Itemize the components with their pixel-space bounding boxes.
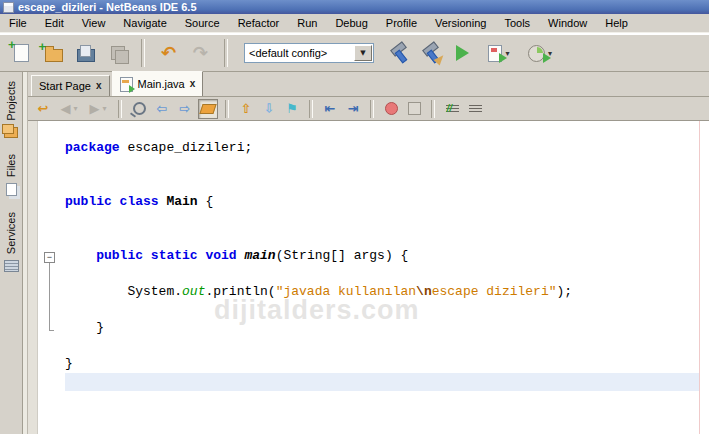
code-line: [65, 121, 699, 139]
shift-line-left-icon: ⇤: [325, 99, 336, 119]
sidebar-item-label: Services: [5, 212, 17, 254]
tab-close-icon[interactable]: x: [96, 81, 102, 91]
profile-icon: [528, 45, 545, 62]
tab-close-icon[interactable]: x: [190, 79, 196, 89]
menu-item-tools[interactable]: Tools: [495, 15, 539, 31]
netbeans-window: escape_dizileri - NetBeans IDE 6.5 FileE…: [0, 0, 709, 434]
editor-toolbar-separator: [431, 100, 435, 118]
stop-macro-recording-button[interactable]: [404, 99, 424, 119]
code-line: [65, 229, 699, 247]
code-line: [65, 175, 699, 193]
open-project-icon: [77, 49, 95, 62]
debug-project-button[interactable]: ▾: [481, 40, 517, 67]
new-project-button[interactable]: +: [40, 40, 67, 67]
clean-build-project-button[interactable]: [417, 40, 444, 67]
code-lines: package escape_dizileri;public class Mai…: [65, 121, 699, 391]
sidebar-item-projects[interactable]: Projects: [0, 72, 22, 145]
forward-icon: ▶: [89, 99, 99, 119]
undo-button[interactable]: ↶: [155, 40, 182, 67]
profile-project-button[interactable]: ▾: [522, 40, 558, 67]
code-line: public static void main(String[] args) {: [65, 247, 699, 265]
fold-guide-hook: [49, 330, 54, 331]
menu-item-profile[interactable]: Profile: [377, 15, 426, 31]
menu-item-window[interactable]: Window: [539, 15, 596, 31]
projects-icon: [4, 127, 18, 138]
build-project-button[interactable]: [385, 40, 412, 67]
run-project-button[interactable]: [449, 40, 476, 67]
menubar: FileEditViewNavigateSourceRefactorRunDeb…: [0, 14, 709, 33]
undo-icon: ↶: [161, 44, 176, 62]
uncomment-button[interactable]: [465, 99, 485, 119]
toggle-bookmark-button[interactable]: ⚑: [282, 99, 302, 119]
code-editor[interactable]: dijitalders.com package escape_dizileri;…: [28, 121, 709, 434]
code-line: [65, 301, 699, 319]
find-icon: [133, 102, 146, 115]
menu-item-run[interactable]: Run: [288, 15, 326, 31]
menu-item-help[interactable]: Help: [596, 15, 637, 31]
menu-item-navigate[interactable]: Navigate: [114, 15, 175, 31]
code-line: [65, 157, 699, 175]
jump-last-edit-button[interactable]: ↩: [33, 99, 53, 119]
toggle-bookmark-icon: ⚑: [286, 99, 298, 119]
document-tabbar: Start PagexMain.javax: [28, 72, 709, 97]
new-project-icon: +: [45, 49, 63, 62]
config-dropdown[interactable]: <default config> ▼: [244, 43, 374, 63]
new-file-button[interactable]: +: [8, 40, 35, 67]
save-all-button[interactable]: [104, 40, 131, 67]
sidebar-item-services[interactable]: Services: [0, 203, 22, 279]
find-previous-button[interactable]: ⇦: [152, 99, 172, 119]
menu-item-edit[interactable]: Edit: [36, 15, 73, 31]
forward-dropdown-icon: ▾: [102, 99, 106, 119]
config-dropdown-value: <default config>: [249, 47, 327, 59]
sidebar: ProjectsFilesServices: [0, 72, 22, 434]
back-button[interactable]: ◀ ▾: [56, 99, 82, 119]
code-line: [65, 265, 699, 283]
start-macro-recording-button[interactable]: [381, 99, 401, 119]
new-file-icon: +: [14, 44, 29, 62]
back-icon: ◀: [60, 99, 70, 119]
menu-item-refactor[interactable]: Refactor: [229, 15, 289, 31]
run-icon: [456, 45, 469, 61]
menu-item-debug[interactable]: Debug: [326, 15, 376, 31]
code-line: package escape_dizileri;: [65, 139, 699, 157]
window-title: escape_dizileri - NetBeans IDE 6.5: [18, 1, 197, 13]
comment-icon: //: [446, 103, 459, 114]
build-hammer-icon: [389, 43, 409, 63]
code-line: System.out.println("javada kullanılan\ne…: [65, 283, 699, 301]
java-file-icon: [120, 77, 133, 92]
redo-button[interactable]: ↷: [187, 40, 214, 67]
shift-line-right-icon: ⇥: [348, 99, 359, 119]
code-line: }: [65, 319, 699, 337]
find-previous-icon: ⇦: [157, 99, 168, 119]
titlebar: escape_dizileri - NetBeans IDE 6.5: [0, 0, 709, 14]
main-toolbar: + + ↶ ↷ <default config> ▼: [0, 34, 709, 72]
combo-arrow-icon[interactable]: ▼: [354, 45, 372, 61]
menu-item-view[interactable]: View: [73, 15, 115, 31]
find-next-button[interactable]: ⇨: [175, 99, 195, 119]
tab-label: Main.java: [138, 78, 185, 90]
tab-start-page[interactable]: Start Pagex: [31, 75, 110, 96]
sidebar-item-files[interactable]: Files: [0, 145, 22, 203]
toggle-highlight-search-button[interactable]: [198, 99, 218, 119]
editor-toolbar-separator: [118, 100, 122, 118]
find-button[interactable]: [129, 99, 149, 119]
shift-line-right-button[interactable]: ⇥: [343, 99, 363, 119]
menu-item-file[interactable]: File: [0, 15, 36, 31]
editor-toolbar: ↩ ◀ ▾ ▶ ▾ ⇦ ⇨ ⇧ ⇩ ⚑: [28, 97, 709, 121]
redo-icon: ↷: [193, 44, 208, 62]
open-project-button[interactable]: [72, 40, 99, 67]
next-bookmark-button[interactable]: ⇩: [259, 99, 279, 119]
menu-item-source[interactable]: Source: [176, 15, 229, 31]
editor-glyph-margin: [28, 121, 38, 434]
menu-item-versioning[interactable]: Versioning: [426, 15, 495, 31]
shift-line-left-button[interactable]: ⇤: [320, 99, 340, 119]
uncomment-icon: [469, 103, 482, 114]
previous-bookmark-button[interactable]: ⇧: [236, 99, 256, 119]
comment-button[interactable]: //: [442, 99, 462, 119]
files-icon: [6, 183, 17, 196]
fold-toggle-icon[interactable]: −: [44, 252, 55, 263]
editor-toolbar-separator: [370, 100, 374, 118]
forward-button[interactable]: ▶ ▾: [85, 99, 111, 119]
tab-main-java[interactable]: Main.javax: [112, 71, 204, 96]
save-all-icon: [111, 46, 125, 60]
